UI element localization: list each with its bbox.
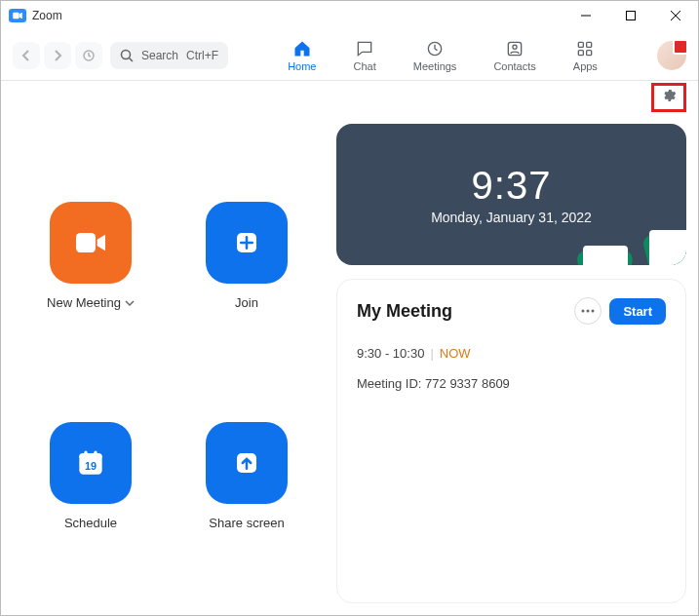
quick-actions: New Meeting Join 19 Schedule Share scree…: [13, 124, 325, 603]
window-title: Zoom: [32, 9, 62, 22]
minimize-button[interactable]: [563, 1, 608, 30]
svg-line-7: [130, 58, 134, 61]
svg-rect-20: [79, 453, 101, 460]
plus-icon: [227, 223, 266, 262]
search-icon: [120, 49, 134, 62]
action-label: Schedule: [64, 516, 117, 530]
svg-point-22: [94, 451, 97, 454]
join-button[interactable]: [206, 202, 288, 284]
svg-rect-14: [587, 50, 592, 55]
zoom-app-icon: [9, 9, 26, 22]
tab-label: Chat: [353, 60, 375, 72]
svg-point-6: [122, 50, 131, 58]
clock-date: Monday, January 31, 2022: [431, 210, 592, 225]
tab-label: Home: [288, 60, 316, 72]
clock-icon: [425, 39, 445, 58]
apps-icon: [575, 39, 595, 58]
meeting-more-button[interactable]: [574, 297, 602, 325]
meeting-time-range: 9:30 - 10:30: [357, 346, 424, 361]
svg-rect-13: [579, 50, 584, 55]
svg-point-21: [84, 451, 87, 454]
plant-decoration: [649, 230, 686, 265]
svg-text:19: 19: [85, 460, 97, 472]
new-meeting-action: New Meeting: [13, 202, 169, 383]
tab-contacts[interactable]: Contacts: [489, 35, 539, 76]
settings-button[interactable]: [661, 88, 677, 107]
clock-time: 9:37: [472, 164, 552, 208]
svg-point-10: [513, 45, 517, 49]
new-meeting-button[interactable]: [50, 202, 132, 284]
svg-point-26: [587, 310, 590, 313]
share-arrow-icon: [227, 443, 266, 482]
action-label: New Meeting: [47, 295, 121, 310]
svg-rect-0: [13, 13, 19, 19]
gear-icon: [661, 88, 677, 103]
svg-rect-2: [627, 12, 636, 20]
titlebar: Zoom: [1, 1, 698, 30]
search-placeholder: Search: [141, 49, 178, 62]
clock-hero: 9:37 Monday, January 31, 2022: [336, 124, 686, 265]
svg-rect-11: [579, 42, 584, 47]
share-screen-button[interactable]: [206, 422, 288, 504]
plant-decoration: [583, 246, 628, 265]
svg-rect-15: [76, 233, 96, 252]
tab-label: Apps: [573, 60, 598, 72]
search-shortcut: Ctrl+F: [186, 49, 218, 62]
join-action: Join: [169, 202, 325, 383]
upcoming-meeting-card: My Meeting Start 9:30 - 10:30 | NOW Meet…: [336, 279, 686, 603]
meeting-now-badge: NOW: [440, 346, 471, 361]
tab-label: Meetings: [413, 60, 457, 72]
nav-back-button[interactable]: [13, 42, 40, 69]
chat-icon: [355, 39, 374, 58]
meeting-id: Meeting ID: 772 9337 8609: [357, 376, 666, 391]
tab-apps[interactable]: Apps: [569, 35, 602, 76]
tab-meetings[interactable]: Meetings: [409, 35, 461, 76]
nav-history-button[interactable]: [75, 42, 102, 69]
tab-chat[interactable]: Chat: [349, 35, 379, 76]
action-label: Share screen: [209, 516, 284, 530]
schedule-action: 19 Schedule: [13, 422, 169, 603]
calendar-icon: 19: [71, 443, 110, 482]
main-tabs: Home Chat Meetings Contacts Apps: [232, 35, 653, 76]
tab-home[interactable]: Home: [284, 35, 320, 76]
svg-point-27: [592, 310, 595, 313]
meeting-title: My Meeting: [357, 301, 574, 322]
toolbar: Search Ctrl+F Home Chat Meetings Contact…: [1, 30, 698, 81]
ellipsis-icon: [581, 309, 595, 313]
sub-toolbar: [1, 81, 698, 114]
action-label: Join: [235, 295, 258, 310]
svg-rect-12: [587, 42, 592, 47]
content-area: New Meeting Join 19 Schedule Share scree…: [1, 114, 698, 615]
right-panel: 9:37 Monday, January 31, 2022 My Meeting…: [336, 124, 686, 603]
nav-forward-button[interactable]: [44, 42, 71, 69]
share-screen-action: Share screen: [169, 422, 325, 603]
close-button[interactable]: [653, 1, 698, 30]
settings-button-highlight: [651, 83, 686, 112]
separator: |: [430, 346, 433, 361]
search-box[interactable]: Search Ctrl+F: [110, 42, 228, 69]
schedule-button[interactable]: 19: [50, 422, 132, 504]
chevron-down-icon[interactable]: [125, 298, 135, 308]
tab-label: Contacts: [493, 60, 535, 72]
home-icon: [292, 39, 312, 58]
profile-avatar[interactable]: [657, 41, 686, 70]
contacts-icon: [505, 39, 524, 58]
start-meeting-button[interactable]: Start: [609, 298, 666, 325]
svg-point-25: [582, 310, 585, 313]
maximize-button[interactable]: [608, 1, 653, 30]
video-icon: [71, 223, 110, 262]
